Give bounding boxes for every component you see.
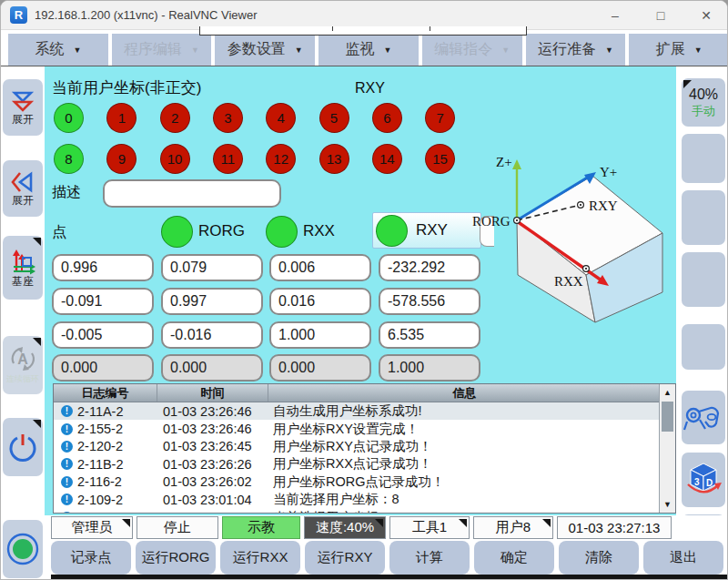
bottom-button[interactable]: 清除 [559, 541, 639, 575]
matrix-cell-r2c2[interactable] [269, 321, 371, 349]
chevron-down-icon: ▼ [694, 46, 703, 55]
info-icon: ! [61, 405, 73, 417]
menu-item[interactable]: 系统▼ [8, 34, 108, 66]
right-blank-button-4[interactable] [682, 324, 725, 370]
menu-item-label: 监视 [346, 40, 375, 59]
menu-item[interactable]: 运行准备▼ [526, 34, 626, 66]
status-user-role[interactable]: 管理员 [51, 516, 133, 539]
matrix-cell-r0c2[interactable] [269, 254, 371, 281]
log-message: 用户坐标RXY设置完成！ [268, 421, 661, 438]
matrix-cell-r3c2 [269, 354, 371, 382]
col-time: 时间 [157, 384, 268, 402]
speed-mode-button[interactable]: 40% 手动 [682, 78, 725, 127]
status-user-coord[interactable]: 用户8 [473, 516, 553, 539]
servo-on-button[interactable] [3, 520, 43, 578]
power-button[interactable] [3, 418, 43, 476]
log-message: 用户坐标RXX点记录成功！ [268, 455, 661, 473]
log-id-cell: !2-155-2 [54, 422, 157, 436]
log-id-cell: !2-11A-2 [54, 404, 157, 419]
coordinate-diagram: Z+ Y+ RXY RXX RORG [456, 147, 674, 341]
log-row[interactable]: !2-120-201-03 23:26:45用户坐标RXY点记录成功！ [54, 438, 661, 455]
log-message: 自动生成用户坐标系成功! [268, 402, 661, 420]
status-run-state[interactable]: 停止 [136, 516, 218, 539]
expand-left-button[interactable]: 展开 [3, 160, 43, 217]
right-sidebar: 40% 手动 3 D [676, 66, 728, 580]
matrix-cell-r3c1 [161, 354, 263, 382]
window-controls: – □ ✕ [592, 1, 728, 30]
double-chevron-left-icon [10, 171, 35, 194]
base-coord-button[interactable]: 基座 [3, 236, 43, 300]
pendant-control-button[interactable] [682, 391, 725, 444]
chevron-down-icon: ▼ [191, 46, 199, 55]
bottom-button[interactable]: 记录点 [51, 541, 131, 575]
power-icon [7, 432, 38, 463]
continuous-cycle-button[interactable]: A 连续循环 [3, 336, 43, 394]
log-row[interactable]: !2-11B-201-03 23:26:26用户坐标RXX点记录成功！ [54, 455, 661, 473]
status-clock[interactable]: 01-03 23:27:13 [557, 516, 672, 539]
log-id-cell: !2-109-2 [54, 493, 157, 507]
servo-on-icon [5, 531, 41, 567]
close-button[interactable]: ✕ [683, 1, 728, 30]
menu-item[interactable]: 编辑指令▼ [422, 34, 522, 66]
log-time: 01-03 23:01:01 [157, 510, 268, 514]
info-icon: ! [61, 476, 73, 488]
menu-item-label: 扩展 [656, 40, 685, 59]
log-id-cell: !2-120-2 [54, 439, 157, 453]
col-message: 信息 [268, 384, 661, 402]
mode-label: 手动 [692, 103, 715, 119]
log-row[interactable]: !2-11A-201-03 23:26:46自动生成用户坐标系成功! [54, 402, 661, 420]
maximize-button[interactable]: □ [638, 1, 683, 30]
matrix-cell-r2c1[interactable] [161, 321, 263, 349]
view-3d-button[interactable]: 3 D [682, 453, 725, 507]
bottom-button[interactable]: 退出 [643, 541, 723, 575]
status-tool[interactable]: 工具1 [389, 516, 470, 539]
scroll-up-icon[interactable]: ▲ [660, 388, 675, 397]
menu-item-label: 系统 [35, 40, 64, 59]
chevron-down-icon: ▼ [605, 46, 613, 55]
log-row[interactable]: !2-116-201-03 23:26:02用户坐标RORG点记录成功！ [54, 473, 661, 491]
z-axis-label: Z+ [496, 155, 512, 169]
menu-item[interactable]: 参数设置▼ [215, 34, 315, 66]
log-scrollbar[interactable]: ▲ ▼ [659, 384, 675, 513]
bottom-button[interactable]: 运行RXY [305, 541, 385, 575]
realvnc-logo-icon: R [10, 6, 27, 24]
scrollbar-thumb[interactable] [662, 402, 673, 432]
right-blank-button-2[interactable] [682, 190, 725, 245]
bottom-button[interactable]: 确定 [474, 541, 554, 575]
right-blank-button-3[interactable] [682, 252, 725, 307]
minimize-button[interactable]: – [592, 1, 638, 30]
log-row[interactable]: !2-109-201-03 23:01:01当前选择用户坐标：8 [54, 508, 661, 514]
expand-down-button[interactable]: 展开 [3, 79, 43, 136]
scroll-down-icon[interactable]: ▼ [660, 500, 675, 509]
menu-item-label: 程序编辑 [124, 40, 182, 59]
matrix-cell-r2c0[interactable] [52, 321, 154, 349]
matrix-cell-r3c3 [379, 354, 480, 382]
matrix-cell-r1c2[interactable] [269, 288, 371, 315]
vnc-viewer-window: R 192.168.1.200 (x11vnc) - RealVNC Viewe… [0, 0, 728, 580]
bottom-button[interactable]: 运行RXX [220, 541, 300, 575]
info-icon: ! [61, 512, 73, 514]
log-row[interactable]: !2-109-201-03 23:01:04当前选择用户坐标：8 [54, 491, 661, 508]
right-blank-button-1[interactable] [682, 134, 725, 183]
menu-item[interactable]: 程序编辑▼ [112, 34, 212, 66]
log-id: 2-120-2 [77, 439, 123, 453]
game-controller-icon [683, 402, 723, 434]
y-axis-label: Y+ [600, 165, 617, 179]
status-speed[interactable]: 速度:40% [304, 516, 386, 539]
matrix-cell-r0c0[interactable] [52, 254, 154, 281]
matrix-cell-r1c0[interactable] [52, 288, 154, 315]
log-table: 日志编号 时间 信息 !2-11A-201-03 23:26:46自动生成用户坐… [53, 383, 676, 514]
status-teach-mode[interactable]: 示教 [222, 516, 300, 539]
vnc-toolbar-tab[interactable] [199, 26, 527, 36]
menu-item[interactable]: 扩展▼ [629, 34, 728, 66]
expand-label: 展开 [12, 195, 34, 207]
bottom-button[interactable]: 计算 [389, 541, 470, 575]
auto-cycle-icon: A [8, 345, 37, 372]
rorg-point-label: RORG [472, 214, 511, 229]
bottom-button[interactable]: 运行RORG [136, 541, 216, 575]
coordinate-axes-icon [9, 248, 36, 275]
matrix-cell-r0c1[interactable] [161, 254, 263, 281]
log-row[interactable]: !2-155-201-03 23:26:46用户坐标RXY设置完成！ [54, 420, 661, 437]
menu-item[interactable]: 监视▼ [318, 34, 419, 66]
matrix-cell-r1c1[interactable] [161, 288, 263, 315]
